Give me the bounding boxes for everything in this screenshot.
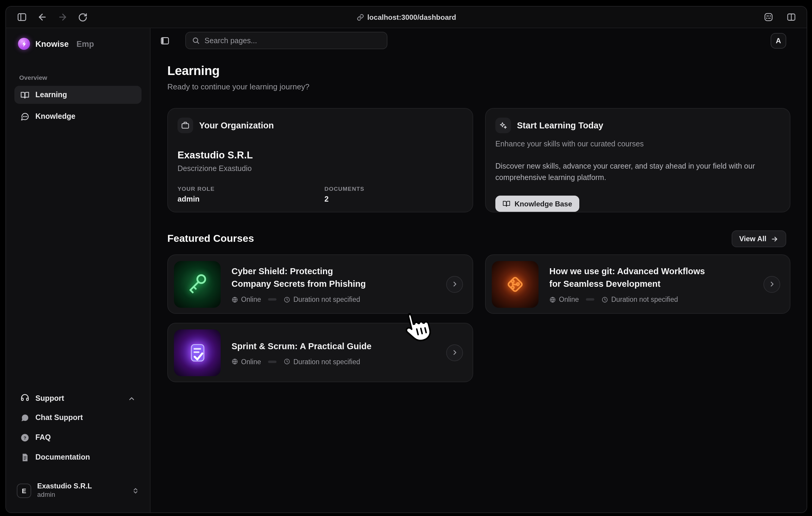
screen: localhost:3000/dashboard KnowiseEmp <box>0 0 812 516</box>
headphones-icon <box>20 393 29 404</box>
start-learning-card: Start Learning Today Enhance your skills… <box>485 108 790 212</box>
documents-label: DOCUMENTS <box>324 185 463 192</box>
knowledge-base-button[interactable]: Knowledge Base <box>495 196 579 212</box>
sidebar-item-label: Learning <box>35 90 67 99</box>
globe-icon <box>231 358 238 365</box>
featured-courses-title: Featured Courses <box>167 233 254 245</box>
chevron-up-icon <box>128 395 136 403</box>
org-avatar: E <box>17 483 31 498</box>
course-mode: Online <box>241 296 261 303</box>
course-thumbnail-checklist <box>174 329 221 376</box>
forward-icon[interactable] <box>55 10 69 24</box>
org-card-description: Descrizione Exastudio <box>177 164 463 173</box>
org-card-title: Your Organization <box>199 120 274 130</box>
search-input[interactable] <box>204 36 381 45</box>
svg-text:?: ? <box>23 435 26 440</box>
view-all-button[interactable]: View All <box>731 230 786 247</box>
search-icon <box>192 36 200 45</box>
role-label: YOUR ROLE <box>177 185 324 192</box>
book-open-icon <box>502 200 510 208</box>
brand-suffix: Emp <box>77 39 94 48</box>
meta-separator <box>268 360 277 363</box>
course-mode: Online <box>559 296 579 303</box>
clock-icon <box>284 296 291 303</box>
course-mode: Online <box>241 358 261 365</box>
course-duration: Duration not specified <box>294 358 360 365</box>
course-title: Cyber Shield: ProtectingCompany Secrets … <box>231 265 366 291</box>
help-circle-icon: ? <box>20 433 29 442</box>
role-value: admin <box>177 195 324 203</box>
url-text: localhost:3000/dashboard <box>367 13 456 21</box>
sidebar-item-learning[interactable]: Learning <box>14 86 142 104</box>
learn-card-body: Discover new skills, advance your career… <box>495 161 771 184</box>
clock-icon <box>284 358 291 365</box>
org-card-name: Exastudio S.R.L <box>177 150 463 161</box>
sidebar-item-support[interactable]: Support <box>14 390 142 407</box>
view-all-label: View All <box>739 235 766 243</box>
learn-card-subtitle: Enhance your skills with our curated cou… <box>495 140 780 148</box>
sidebar-item-label: Knowledge <box>35 112 75 120</box>
reload-icon[interactable] <box>76 10 90 24</box>
course-title: How we use git: Advanced Workflowsfor Se… <box>549 265 705 291</box>
search-bar[interactable] <box>185 32 387 49</box>
sidebar-section-label: Overview <box>19 74 142 81</box>
course-duration: Duration not specified <box>611 296 678 303</box>
support-label: Support <box>35 395 64 403</box>
course-card-sprint-scrum[interactable]: Sprint & Scrum: A Practical Guide Online <box>167 323 473 382</box>
organization-card: Your Organization Exastudio S.R.L Descri… <box>167 108 473 212</box>
course-open-button[interactable] <box>446 344 463 361</box>
user-avatar-button[interactable]: A <box>771 33 786 48</box>
browser-settings-icon[interactable] <box>761 10 776 24</box>
brand: KnowiseEmp <box>14 35 142 50</box>
clock-icon <box>602 296 608 303</box>
support-group: Support Chat Support ? <box>14 390 142 499</box>
sparkles-icon <box>495 117 511 133</box>
chevrons-up-down-icon <box>132 487 139 494</box>
chat-bubble-icon <box>20 413 29 423</box>
page-subtitle: Ready to continue your learning journey? <box>167 82 786 91</box>
link-icon <box>356 13 364 21</box>
arrow-right-icon <box>771 235 778 243</box>
learn-card-title: Start Learning Today <box>517 120 603 130</box>
org-name: Exastudio S.R.L <box>37 482 92 491</box>
sidebar: KnowiseEmp Overview Learning Knowledge <box>6 28 150 512</box>
course-open-button[interactable] <box>763 276 780 293</box>
course-thumbnail-git <box>492 261 539 307</box>
book-open-icon <box>20 90 29 99</box>
course-thumbnail-key <box>174 261 221 307</box>
meta-separator <box>268 298 277 301</box>
browser-window: localhost:3000/dashboard KnowiseEmp <box>5 6 807 513</box>
sidebar-item-documentation[interactable]: Documentation <box>14 449 142 466</box>
sidebar-item-knowledge[interactable]: Knowledge <box>14 107 142 126</box>
org-role: admin <box>37 491 92 499</box>
meta-separator <box>586 298 594 301</box>
sidebar-item-faq[interactable]: ? FAQ <box>14 429 142 447</box>
address-bar[interactable]: localhost:3000/dashboard <box>356 13 456 21</box>
brand-logo-icon <box>18 38 30 50</box>
message-circle-icon <box>20 112 29 121</box>
documents-value: 2 <box>324 195 463 203</box>
globe-icon <box>549 296 556 303</box>
org-switcher[interactable]: E Exastudio S.R.L admin <box>14 482 142 499</box>
page-title: Learning <box>167 63 786 78</box>
support-item-label: FAQ <box>35 434 51 442</box>
briefcase-icon <box>177 117 193 133</box>
browser-sidebar-toggle-icon[interactable] <box>14 10 29 24</box>
knowledge-base-button-label: Knowledge Base <box>515 199 572 208</box>
course-card-cyber-shield[interactable]: Cyber Shield: ProtectingCompany Secrets … <box>167 254 473 314</box>
support-item-label: Documentation <box>35 453 90 462</box>
main-content: A Learning Ready to continue your learni… <box>150 28 807 512</box>
globe-icon <box>231 296 238 303</box>
back-icon[interactable] <box>35 10 49 24</box>
document-icon <box>20 453 29 462</box>
course-duration: Duration not specified <box>294 296 360 303</box>
sidebar-item-chat-support[interactable]: Chat Support <box>14 409 142 427</box>
split-view-icon[interactable] <box>784 10 798 24</box>
course-card-git[interactable]: How we use git: Advanced Workflowsfor Se… <box>485 254 790 314</box>
panel-collapse-icon[interactable] <box>160 36 170 45</box>
course-title: Sprint & Scrum: A Practical Guide <box>231 340 372 353</box>
course-open-button[interactable] <box>446 276 463 293</box>
browser-toolbar: localhost:3000/dashboard <box>6 7 807 28</box>
brand-name: Knowise <box>35 39 69 48</box>
support-item-label: Chat Support <box>35 414 83 422</box>
